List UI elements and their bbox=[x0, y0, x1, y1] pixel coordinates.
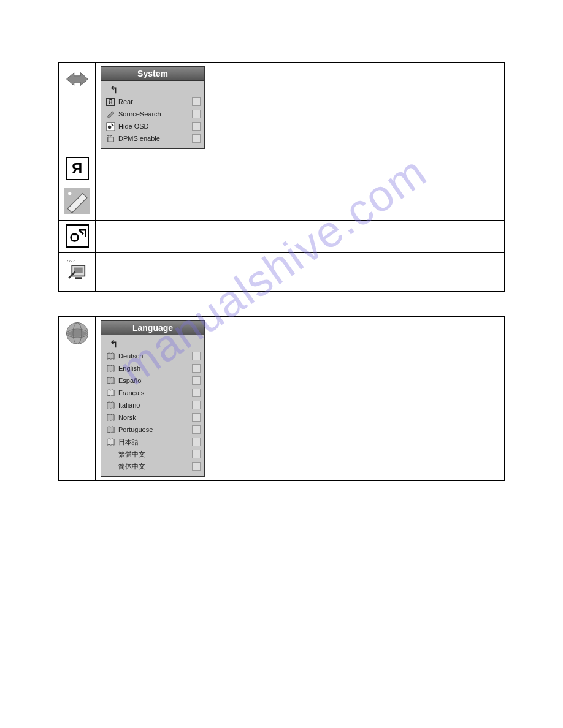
hide-osd-icon-large bbox=[66, 224, 89, 248]
back-arrow-icon: ↰ bbox=[105, 84, 116, 96]
lang-item-portuguese[interactable]: Portuguese bbox=[105, 423, 201, 436]
system-item-rear[interactable]: Я Rear bbox=[105, 96, 201, 108]
system-icon bbox=[64, 83, 90, 94]
rear-icon: Я bbox=[105, 98, 116, 106]
lang-item-francais[interactable]: Français bbox=[105, 387, 201, 399]
book-icon bbox=[105, 376, 116, 385]
language-panel-cell: Language ↰ Deutsch English Español Franç… bbox=[96, 317, 215, 481]
hideosd-desc: Hide OSD: This hides the on-screen displ… bbox=[96, 221, 505, 253]
language-desc: Language menu: Navigate to the language … bbox=[215, 317, 505, 481]
book-icon bbox=[105, 413, 116, 422]
lang-item-tchinese[interactable]: 繁體中文 bbox=[105, 448, 201, 460]
lang-item-espanol[interactable]: Español bbox=[105, 374, 201, 387]
lang-item-deutsch[interactable]: Deutsch bbox=[105, 350, 201, 362]
system-panel-title: System bbox=[101, 67, 204, 81]
globe-icon bbox=[64, 338, 90, 348]
svg-point-4 bbox=[68, 192, 71, 195]
dpms-icon-large: zzzz bbox=[64, 274, 90, 284]
book-icon bbox=[105, 364, 116, 373]
language-menu-table: Language ↰ Deutsch English Español Franç… bbox=[58, 316, 505, 481]
sourcesearch-desc: SourceSearch: When this feature is On, t… bbox=[96, 184, 505, 221]
book-icon bbox=[105, 352, 116, 361]
system-item-sourcesearch[interactable]: SourceSearch bbox=[105, 108, 201, 120]
hideosd-icon-cell bbox=[59, 221, 96, 253]
sourcesearch-checkbox[interactable] bbox=[192, 110, 201, 118]
system-icon-cell bbox=[59, 63, 96, 153]
lang-item-schinese[interactable]: 简体中文 bbox=[105, 460, 201, 472]
rear-checkbox[interactable] bbox=[192, 97, 201, 106]
telescope-icon-large bbox=[64, 205, 90, 216]
lang-item-english[interactable]: English bbox=[105, 362, 201, 374]
page-number: 22 bbox=[58, 521, 505, 528]
system-osd-panel: System ↰ Я Rear SourceSearch bbox=[101, 66, 205, 149]
dpms-checkbox[interactable] bbox=[192, 134, 201, 143]
hide-osd-icon bbox=[105, 122, 116, 131]
lang-item-norsk[interactable]: Norsk bbox=[105, 411, 201, 423]
dpms-icon bbox=[105, 134, 116, 143]
back-row[interactable]: ↰ bbox=[105, 83, 201, 96]
rear-desc: Rear: When you turn Rear on, the project… bbox=[96, 153, 505, 184]
lang-back-row[interactable]: ↰ bbox=[105, 338, 201, 350]
lang-item-japanese[interactable]: 日本語 bbox=[105, 436, 201, 448]
svg-rect-6 bbox=[72, 235, 76, 240]
book-icon bbox=[105, 438, 116, 447]
system-item-dpms[interactable]: DPMS enable bbox=[105, 132, 201, 145]
dpms-desc: DPMS enable: This turns on the Display P… bbox=[96, 253, 505, 292]
book-icon bbox=[105, 389, 116, 398]
rear-icon-cell: Я bbox=[59, 153, 96, 184]
system-panel-cell: System ↰ Я Rear SourceSearch bbox=[96, 63, 215, 153]
dpms-icon-cell: zzzz bbox=[59, 253, 96, 292]
system-item-hideosd[interactable]: Hide OSD bbox=[105, 120, 201, 132]
header-section: Using the On-Screen Menus bbox=[427, 8, 505, 15]
rear-icon-large: Я bbox=[66, 157, 89, 180]
language-panel-title: Language bbox=[101, 321, 204, 335]
system-menu-table: System ↰ Я Rear SourceSearch bbox=[58, 62, 505, 292]
svg-point-1 bbox=[107, 125, 111, 129]
lang-item-italiano[interactable]: Italiano bbox=[105, 399, 201, 411]
language-osd-panel: Language ↰ Deutsch English Español Franç… bbox=[101, 320, 205, 477]
sourcesearch-icon-cell bbox=[59, 184, 96, 221]
hideosd-checkbox[interactable] bbox=[192, 122, 201, 131]
svg-rect-10 bbox=[75, 277, 82, 279]
language-icon-cell bbox=[59, 317, 96, 481]
book-icon bbox=[105, 401, 116, 410]
system-desc: This menu is for several system-related … bbox=[215, 63, 505, 153]
back-arrow-icon: ↰ bbox=[105, 338, 116, 350]
svg-rect-2 bbox=[107, 137, 113, 142]
telescope-icon bbox=[105, 110, 116, 119]
book-icon bbox=[105, 425, 116, 434]
svg-text:zzzz: zzzz bbox=[66, 259, 75, 263]
